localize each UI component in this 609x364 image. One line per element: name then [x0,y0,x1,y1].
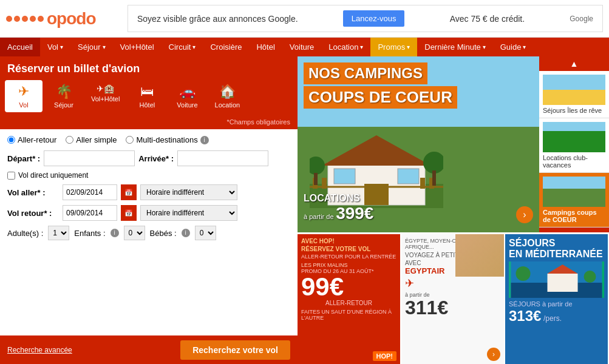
calendar-retour-icon[interactable]: 📅 [121,205,137,221]
nav-item-hotel[interactable]: Hôtel [249,38,282,56]
vol-aller-label: Vol aller* : [7,188,59,197]
form-area: Aller-retour Aller simple Multi-destinat… [0,129,298,335]
sidebar-item-locations-club[interactable]: Locations club-vacances [539,118,609,173]
nav-bar: Accueil Vol ▾ Séjour ▾ Vol+Hôtel Circuit… [0,38,609,56]
svg-rect-9 [420,178,425,189]
svg-rect-12 [314,173,318,185]
svg-rect-14 [432,170,436,186]
tree-icon: 🌴 [56,84,72,99]
arrivee-label: Arrivée* : [138,154,174,163]
logo-dot [14,16,20,22]
sidebar-nav-up[interactable]: ▲ [539,56,609,71]
right-panel: NOS CAMPINGS COUPS DE COEUR LOCATIONS à … [298,56,609,364]
nav-item-croisiere[interactable]: Croisière [203,38,249,56]
nav-item-promos[interactable]: Promos ▾ [370,38,417,56]
arrivee-input[interactable] [177,150,268,166]
sejours-thumbnail [509,261,604,298]
tab-hotel[interactable]: 🛏 Hôtel [128,80,166,112]
camping-arrow-button[interactable]: › [516,206,533,223]
bebes-select[interactable]: 012 [195,226,216,240]
svg-rect-8 [322,178,327,189]
adultes-label: Adulte(s) : [7,229,43,238]
sejours-price-suffix: /pers. [543,314,562,323]
sidebar-nav-down[interactable]: ▼ [539,228,609,232]
camping-banner: NOS CAMPINGS COUPS DE COEUR LOCATIONS à … [298,56,609,232]
svg-rect-5 [398,169,419,184]
svg-point-19 [516,266,531,281]
camping-text: NOS CAMPINGS COUPS DE COEUR [304,62,539,109]
booking-title: Réserver un billet d'avion [0,56,298,80]
direct-label: Vol direct uniquement [18,171,88,180]
nav-item-derniere-minute[interactable]: Dernière Minute ▾ [417,38,493,56]
info-icon[interactable]: i [200,136,209,144]
house-icon: 🏠 [219,84,236,99]
nav-item-location[interactable]: Location ▾ [321,38,370,56]
nav-item-circuit[interactable]: Circuit ▾ [162,38,203,56]
locations-club-thumb [543,122,605,152]
camping-price-value: 399€ [336,204,373,223]
hop-price-value: 99€ [301,272,344,301]
vol-aller-date-input[interactable] [63,184,117,200]
hop-price: 99€ [301,274,396,300]
depart-label: Départ* : [7,154,40,163]
main-content: Réserver un billet d'avion ✈ Vol 🌴 Séjou… [0,56,609,364]
nav-item-vol[interactable]: Vol ▾ [40,38,70,56]
sejours-price-label: SÉJOURS à partir de [509,300,604,308]
tab-vol[interactable]: ✈ Vol [5,80,43,112]
hop-action: RÉSERVEZ VOTRE VOL [301,246,396,252]
bebes-label: Bébés : [150,229,177,238]
camping-title-line2: COUPS DE COEUR [304,86,457,109]
logo-dot [30,16,36,22]
camping-sidebar: ▲ Séjours Îles de rêve Locations club-va… [539,56,609,232]
camping-main-image: NOS CAMPINGS COUPS DE COEUR LOCATIONS à … [298,56,539,232]
chevron-down-icon: ▾ [60,44,63,50]
hop-footer: FAITES UN SAUT D'UNE RÉGION À L'AUTRE [301,309,396,321]
nav-item-guide[interactable]: Guide ▾ [493,38,534,56]
sejours-price-row: 313€ /pers. [509,308,604,325]
egyptair-plane-icon: ✈ [405,277,500,290]
ad-text: Soyez visible grâce aux annonces Google. [137,14,298,24]
vol-aller-time-select[interactable]: Horaire indifférent Matin (06h-12h) Aprè… [140,184,237,200]
adultes-select[interactable]: 1234 [48,226,69,240]
radio-aller-simple[interactable]: Aller simple [66,135,117,144]
vol-retour-time-select[interactable]: Horaire indifférent Matin (06h-12h) Aprè… [140,205,237,221]
radio-aller-retour[interactable]: Aller-retour [7,135,56,144]
tab-location[interactable]: 🏠 Location [208,80,246,112]
sidebar-item-sejours-iles[interactable]: Séjours Îles de rêve [539,71,609,118]
bebes-info-icon[interactable]: i [182,229,190,237]
egypt-arrow-button[interactable]: › [487,348,500,361]
sejours-iles-thumb [543,75,605,105]
sidebar-item-campings[interactable]: Campings coups de COEUR [539,173,609,228]
nav-item-volhotel[interactable]: Vol+Hôtel [113,38,162,56]
vol-retour-date-input[interactable] [63,205,117,221]
camping-price-label: LOCATIONS [304,193,360,203]
recherche-avancee-link[interactable]: Recherche avancée [7,346,72,354]
camping-price: LOCATIONS à partir de 399€ [304,193,373,223]
required-note: *Champs obligatoires [0,117,298,129]
vol-retour-label: Vol retour* : [7,209,59,218]
enfants-select[interactable]: 0123 [124,226,145,240]
logo-dots [6,16,44,22]
tab-volhotel[interactable]: ✈🏨 Vol+Hôtel [85,80,126,112]
egypt-thumbnail [455,234,504,277]
hop-logo: HOP! [373,351,397,361]
direct-checkbox[interactable] [7,172,15,180]
search-button[interactable]: Recherchez votre vol [180,340,290,360]
enfants-info-icon[interactable]: i [111,229,119,237]
nav-item-voiture[interactable]: Voiture [282,38,321,56]
calendar-aller-icon[interactable]: 📅 [121,184,137,200]
car-icon: 🚗 [179,84,196,99]
hop-price-label: LES PRIX MALINS [301,262,396,268]
enfants-label: Enfants : [74,229,105,238]
tab-voiture[interactable]: 🚗 Voiture [168,80,206,112]
vol-aller-row: Vol aller* : 📅 Horaire indifférent Matin… [7,184,290,200]
chevron-down-icon: ▾ [192,44,196,50]
nav-item-sejour[interactable]: Séjour ▾ [70,38,113,56]
nav-item-accueil[interactable]: Accueil [0,38,40,56]
depart-input[interactable] [44,150,135,166]
lancez-button[interactable]: Lancez-vous [343,10,405,27]
tab-sejour[interactable]: 🌴 Séjour [45,80,83,112]
depart-arrivee-row: Départ* : Arrivée* : [7,150,290,166]
chevron-down-icon: ▾ [483,44,486,50]
radio-multi[interactable]: Multi-destinations i [126,135,208,144]
